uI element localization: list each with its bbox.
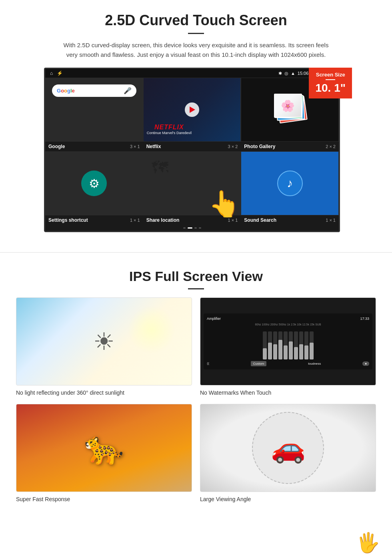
- location-icon: ◎: [284, 71, 288, 76]
- pagination-dots: [45, 225, 339, 231]
- app-grid: Google 🎤 N: [45, 78, 339, 142]
- usb-icon: ⚡: [57, 70, 63, 76]
- netflix-app-cell[interactable]: NETFLIX Continue Marvel's Daredevil: [143, 78, 241, 142]
- amp-bar-4: [278, 331, 282, 359]
- sunlight-rays: [128, 306, 176, 354]
- screen-size-value: 10. 1": [315, 82, 346, 94]
- title-divider-2: [188, 288, 204, 289]
- photo-stack: 🌸: [274, 94, 306, 126]
- google-app-size: 3 × 1: [130, 144, 140, 149]
- amp-time: 17:33: [360, 317, 369, 321]
- sound-app-name: Sound Search: [244, 217, 276, 223]
- wifi-icon: ▲: [291, 71, 295, 76]
- sun-icon: ☀: [93, 327, 115, 355]
- amp-footer: ⟨⟨ Custom loudness ●: [207, 361, 369, 366]
- screen-size-label: Screen Size: [316, 72, 345, 78]
- sunlight-label: No light reflecting under 360° direct su…: [16, 389, 192, 396]
- amp-screen: Amplifier 17:33 60hz100hz200hz500hz1k2.5…: [204, 313, 372, 369]
- amp-bar-9: [304, 331, 308, 359]
- netflix-logo: NETFLIX: [147, 124, 192, 131]
- netflix-app-name: Netflix: [146, 144, 161, 149]
- amp-arrows: ⟨⟨: [207, 362, 209, 365]
- google-logo: Google: [57, 88, 75, 94]
- settings-label-row: Settings shortcut 1 × 1: [45, 215, 143, 225]
- car-top-view-icon: 🚗: [271, 432, 306, 464]
- amp-custom-button[interactable]: Custom: [251, 361, 267, 366]
- car-oval-frame: 🚗: [252, 412, 324, 484]
- sound-app-size: 1 × 1: [326, 218, 336, 223]
- amp-toggle[interactable]: ●: [362, 361, 369, 366]
- netflix-play-button[interactable]: [185, 102, 199, 117]
- music-note-circle: ♪: [277, 171, 303, 196]
- home-icon[interactable]: ⌂: [50, 70, 53, 76]
- amp-bar-3: [273, 331, 277, 359]
- google-mic-icon[interactable]: 🎤: [124, 87, 132, 94]
- dot-1: [183, 227, 186, 229]
- feature-amplifier: Amplifier 17:33 60hz100hz200hz500hz1k2.5…: [200, 297, 376, 396]
- gear-settings-icon: ⚙: [89, 177, 100, 191]
- amp-bar-8: [299, 331, 303, 359]
- time-display: 15:06: [298, 71, 309, 76]
- amp-bars: [207, 327, 369, 359]
- settings-app-cell[interactable]: ⚙: [45, 151, 143, 215]
- pointing-hand-icon: 👆: [208, 189, 240, 219]
- amp-title: Amplifier: [207, 317, 221, 321]
- google-app-name: Google: [48, 144, 65, 149]
- section-divider-line: [0, 252, 392, 253]
- status-bar: ⌂ ⚡ ✱ ◎ ▲ 15:06 ⊡ ◁) ⊠ ▭: [45, 69, 339, 78]
- photo-card-4: 🌸: [274, 94, 302, 118]
- feature-car: 🚗 Large Viewing Angle: [200, 404, 376, 502]
- google-maps-icon: 🗺: [152, 158, 168, 177]
- features-grid: ☀ No light reflecting under 360° direct …: [16, 297, 376, 502]
- netflix-label-row: Netflix 3 × 2: [143, 142, 241, 151]
- badge-divider: [326, 79, 335, 80]
- amp-bar-10: [310, 331, 314, 359]
- device-wrapper: Screen Size 10. 1" ⌂ ⚡ ✱ ◎ ▲ 15:06: [44, 68, 348, 232]
- section1-title: 2.5D Curved Touch Screen: [24, 12, 368, 29]
- dot-3: [194, 227, 197, 229]
- share-location-cell[interactable]: 🗺 👆: [143, 151, 241, 215]
- gallery-app-size: 2 × 2: [326, 144, 336, 149]
- dot-2-active: [188, 227, 192, 229]
- car-label: Large Viewing Angle: [200, 496, 376, 502]
- screen-size-badge: Screen Size 10. 1": [309, 68, 352, 98]
- netflix-subtitle: Continue Marvel's Daredevil: [147, 131, 192, 135]
- amp-bar-1: [263, 331, 267, 359]
- amp-freq-labels: 60hz100hz200hz500hz1k2.5k10k12.5k15kSUB: [207, 323, 369, 326]
- section2-title: IPS Full Screen View: [16, 269, 376, 284]
- status-bar-left: ⌂ ⚡: [50, 70, 63, 76]
- car-top-image: 🚗: [200, 404, 376, 492]
- app-grid-row2: ⚙ 🗺 👆 ♪: [45, 151, 339, 215]
- sunlight-image: ☀: [16, 297, 192, 385]
- curved-screen-section: 2.5D Curved Touch Screen With 2.5D curve…: [0, 0, 392, 240]
- bluetooth-icon: ✱: [278, 71, 282, 76]
- amplifier-label: No Watermarks When Touch: [200, 389, 376, 396]
- google-app-cell[interactable]: Google 🎤: [45, 78, 143, 142]
- gallery-app-name: Photo Gallery: [244, 144, 275, 149]
- amplifier-image: Amplifier 17:33 60hz100hz200hz500hz1k2.5…: [200, 297, 376, 385]
- app-labels-row2: Settings shortcut 1 × 1 Share location 1…: [45, 215, 339, 225]
- title-divider: [188, 33, 204, 34]
- feature-cheetah: 🐆 Super Fast Response: [16, 404, 192, 502]
- ips-screen-section: IPS Full Screen View ☀ No light reflecti…: [0, 265, 392, 514]
- device-screen: ⌂ ⚡ ✱ ◎ ▲ 15:06 ⊡ ◁) ⊠ ▭: [44, 68, 340, 232]
- play-triangle-icon: [190, 106, 195, 113]
- settings-app-size: 1 × 1: [130, 218, 140, 223]
- app-labels-row1: Google 3 × 1 Netflix 3 × 2 Photo Gallery…: [45, 142, 339, 151]
- google-label-row: Google 3 × 1: [45, 142, 143, 151]
- dot-4: [199, 227, 201, 229]
- netflix-info: NETFLIX Continue Marvel's Daredevil: [147, 124, 192, 135]
- netflix-app-size: 3 × 2: [228, 144, 238, 149]
- sound-search-cell[interactable]: ♪: [241, 151, 339, 215]
- settings-icon-circle: ⚙: [81, 171, 107, 196]
- amp-loudness-label: loudness: [308, 362, 321, 365]
- section1-description: With 2.5D curved-display screen, this de…: [60, 40, 332, 60]
- share-app-name: Share location: [146, 217, 180, 223]
- feature-sunlight: ☀ No light reflecting under 360° direct …: [16, 297, 192, 396]
- flower-icon: 🌸: [281, 99, 295, 112]
- gallery-label-row: Photo Gallery 2 × 2: [241, 142, 339, 151]
- settings-app-name: Settings shortcut: [48, 217, 88, 223]
- google-search-bar[interactable]: Google 🎤: [52, 84, 136, 97]
- amp-bar-6: [289, 331, 293, 359]
- amp-bar-5: [284, 331, 288, 359]
